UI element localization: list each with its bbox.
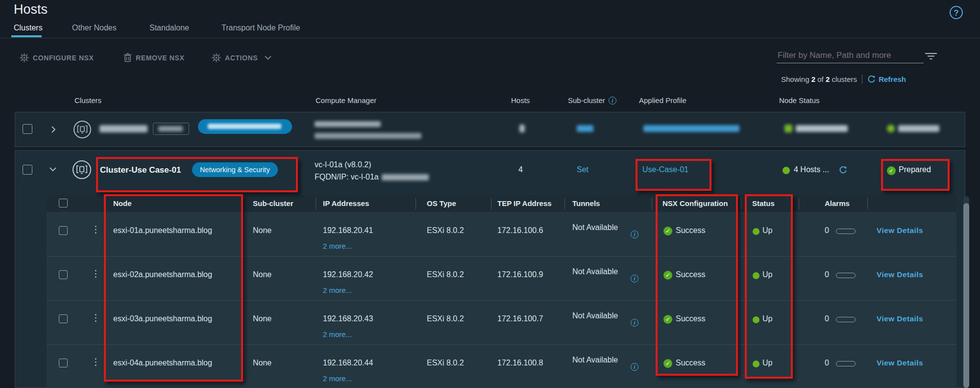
cluster-icon	[73, 160, 91, 179]
redacted-hosts-count	[519, 125, 525, 132]
col-header-alarms: Alarms	[825, 199, 850, 207]
ip-more-link[interactable]: 2 more...	[323, 374, 352, 383]
hosts-count: 4	[518, 165, 523, 174]
configure-nsx-label: CONFIGURE NSX	[33, 54, 94, 62]
row-checkbox[interactable]	[59, 270, 68, 279]
table-row[interactable]: ⋮ esxi-01a.puneetsharma.blog None 192.16…	[47, 212, 956, 257]
configure-nsx-button[interactable]: CONFIGURE NSX	[20, 53, 94, 62]
row-checkbox[interactable]	[59, 359, 68, 367]
ip-more-link[interactable]: 2 more...	[323, 242, 352, 250]
view-details-link[interactable]: View Details	[877, 314, 923, 323]
chevron-down-icon	[265, 55, 271, 60]
remove-nsx-button[interactable]: REMOVE NSX	[123, 53, 184, 62]
info-icon[interactable]: i	[631, 275, 638, 283]
gear-icon	[212, 53, 221, 62]
node-name: esxi-04a.puneetsharma.blog	[113, 359, 212, 367]
status-up-dot	[753, 228, 760, 235]
sub-cluster-label: Sub-cluster	[568, 96, 605, 104]
alarms-bar	[836, 229, 856, 234]
node-status-hosts: 4 Hosts ...	[794, 165, 829, 174]
tab-clusters[interactable]: Clusters	[14, 24, 43, 32]
info-icon[interactable]: i	[631, 231, 638, 238]
os-type: ESXi 8.0.2	[427, 226, 464, 235]
col-header-nsx-configuration: NSX Configuration	[662, 199, 728, 207]
info-icon[interactable]: i	[631, 363, 638, 371]
row-checkbox[interactable]	[59, 226, 68, 235]
row-checkbox[interactable]	[59, 314, 68, 323]
row-checkbox[interactable]	[23, 124, 32, 134]
redacted-version-tag	[153, 123, 189, 135]
table-row[interactable]: ⋮ esxi-04a.puneetsharma.blog None 192.16…	[47, 344, 956, 388]
sub-cluster-value: None	[253, 359, 271, 367]
tab-other-nodes[interactable]: Other Nodes	[72, 24, 117, 32]
tunnels-value: Not Available	[572, 310, 621, 322]
summary-showing: Showing	[781, 75, 809, 83]
info-icon[interactable]: i	[609, 97, 616, 104]
alarms-count: 0	[825, 359, 829, 367]
actions-label: ACTIONS	[225, 54, 258, 62]
chevron-right-icon[interactable]	[51, 126, 56, 133]
sub-cluster-value: None	[253, 270, 271, 279]
status-value: Up	[762, 314, 772, 323]
cluster-icon	[74, 121, 91, 138]
redacted-compute-manager-line1	[315, 121, 381, 127]
view-details-link[interactable]: View Details	[877, 226, 923, 235]
info-icon[interactable]: i	[631, 319, 638, 327]
tabs-divider	[0, 38, 980, 38]
help-icon[interactable]: ?	[950, 6, 963, 19]
redacted-applied-profile-link	[643, 125, 739, 132]
redacted-status-dot	[784, 125, 792, 132]
col-header-node-status: Node Status	[779, 96, 820, 104]
tab-transport-node-profile[interactable]: Transport Node Profile	[221, 24, 300, 32]
actions-button[interactable]: ACTIONS	[212, 53, 271, 62]
refresh-button[interactable]: Refresh	[867, 75, 906, 83]
col-header-applied-profile: Applied Profile	[639, 96, 686, 104]
active-tab-underline	[11, 35, 42, 37]
col-header-sub-cluster: Sub-cluster i	[568, 96, 616, 104]
view-details-link[interactable]: View Details	[877, 270, 923, 279]
applied-profile-link[interactable]: Use-Case-01	[642, 165, 688, 174]
sub-cluster-set-link[interactable]: Set	[577, 165, 588, 174]
compute-manager-name: vc-l-01a (v8.0.2)	[315, 160, 371, 169]
scrollbar-thumb[interactable]	[963, 203, 969, 388]
chevron-down-icon[interactable]	[49, 167, 57, 172]
os-type: ESXi 8.0.2	[427, 314, 464, 323]
kebab-menu-icon[interactable]: ⋮	[91, 225, 100, 234]
ip-more-link[interactable]: 2 more...	[323, 286, 352, 294]
kebab-menu-icon[interactable]: ⋮	[91, 313, 100, 322]
redacted-sub-cluster-link	[577, 125, 593, 132]
node-name: esxi-03a.puneetsharma.blog	[113, 314, 212, 323]
view-details-link[interactable]: View Details	[877, 359, 923, 367]
results-summary: Showing 2 of 2 clusters	[781, 75, 857, 83]
networking-security-badge: Networking & Security	[192, 162, 278, 177]
col-header-tep-ip: TEP IP Address	[497, 199, 552, 207]
row-checkbox[interactable]	[23, 165, 32, 175]
summary-total: 2	[826, 75, 830, 83]
summary-unit: clusters	[832, 75, 857, 83]
gear-icon	[20, 53, 29, 62]
nsx-config-status: Success	[676, 226, 705, 235]
status-value: Up	[762, 359, 772, 367]
ip-more-link[interactable]: 2 more...	[323, 330, 352, 338]
table-row[interactable]: ⋮ esxi-02a.puneetsharma.blog None 192.16…	[47, 256, 956, 301]
col-header-node: Node	[113, 199, 132, 207]
kebab-menu-icon[interactable]: ⋮	[91, 269, 100, 278]
col-header-os-type: OS Type	[427, 199, 456, 207]
tep-ip: 172.16.100.6	[497, 226, 543, 235]
kebab-menu-icon[interactable]: ⋮	[91, 358, 100, 366]
table-row[interactable]: ⋮ esxi-03a.puneetsharma.blog None 192.16…	[47, 300, 956, 345]
success-check-icon: ✓	[663, 271, 672, 280]
alarms-bar	[836, 361, 856, 366]
ip-address: 192.168.20.41	[323, 226, 373, 235]
refresh-icon[interactable]	[839, 166, 847, 174]
refresh-label: Refresh	[879, 75, 906, 83]
tab-standalone[interactable]: Standalone	[149, 24, 189, 32]
col-header-ip-addresses: IP Addresses	[323, 199, 369, 207]
filter-icon[interactable]	[925, 52, 937, 60]
success-check-icon: ✓	[663, 315, 672, 324]
filter-input[interactable]	[777, 48, 924, 63]
os-type: ESXi 8.0.2	[427, 270, 464, 279]
col-header-tunnels: Tunnels	[572, 199, 600, 207]
alarms-count: 0	[825, 226, 829, 235]
select-all-checkbox[interactable]	[59, 199, 68, 207]
